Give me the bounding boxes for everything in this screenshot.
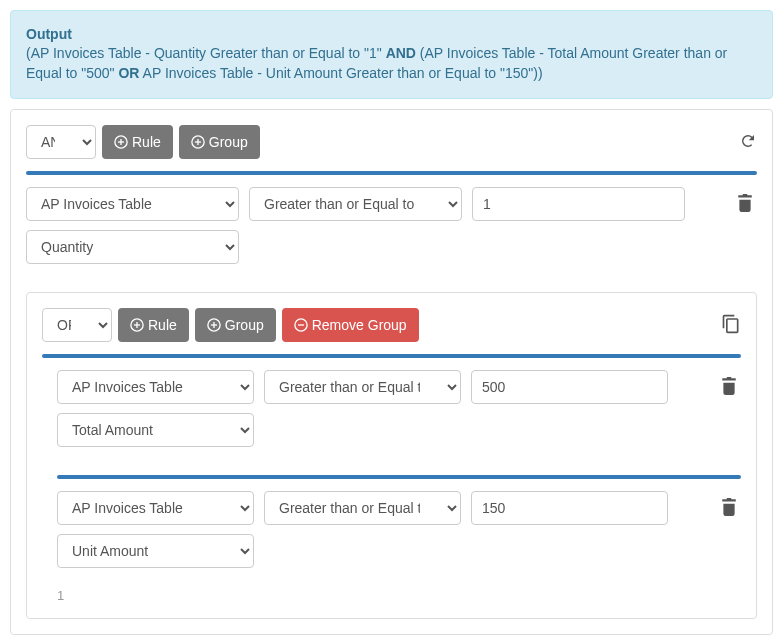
output-expression: (AP Invoices Table - Quantity Greater th… xyxy=(26,44,757,83)
rule-value-input[interactable] xyxy=(471,491,668,525)
rule-row: AP Invoices Table Greater than or Equal … xyxy=(57,370,741,447)
rule-column-select[interactable]: Unit Amount xyxy=(57,534,254,568)
nested-group-header: OR Rule Group Remove Group xyxy=(42,308,741,342)
add-rule-button[interactable]: Rule xyxy=(118,308,189,342)
plus-icon xyxy=(114,135,128,149)
rule-column-select[interactable]: Total Amount xyxy=(57,413,254,447)
plus-icon xyxy=(130,318,144,332)
nested-combinator-select[interactable]: OR xyxy=(42,308,112,342)
footer-label: 1 xyxy=(42,588,741,603)
rule-column-select[interactable]: Quantity xyxy=(26,230,239,264)
output-title: Output xyxy=(26,26,757,42)
rule-row: AP Invoices Table Greater than or Equal … xyxy=(57,491,741,568)
trash-icon xyxy=(737,194,753,212)
add-group-button[interactable]: Group xyxy=(195,308,276,342)
output-panel: Output (AP Invoices Table - Quantity Gre… xyxy=(10,10,773,99)
rule-row: AP Invoices Table Greater than or Equal … xyxy=(26,187,757,264)
copy-icon[interactable] xyxy=(721,314,741,337)
remove-group-button[interactable]: Remove Group xyxy=(282,308,419,342)
delete-rule-button[interactable] xyxy=(733,187,757,222)
delete-rule-button[interactable] xyxy=(717,491,741,526)
divider xyxy=(26,171,757,175)
rule-table-select[interactable]: AP Invoices Table xyxy=(57,370,254,404)
rule-value-input[interactable] xyxy=(472,187,685,221)
rule-value-input[interactable] xyxy=(471,370,668,404)
root-group-header: AND Rule Group xyxy=(26,125,757,159)
root-combinator-select[interactable]: AND xyxy=(26,125,96,159)
rule-table-select[interactable]: AP Invoices Table xyxy=(26,187,239,221)
plus-icon xyxy=(207,318,221,332)
rule-table-select[interactable]: AP Invoices Table xyxy=(57,491,254,525)
rule-operator-select[interactable]: Greater than or Equal to xyxy=(264,491,461,525)
minus-icon xyxy=(294,318,308,332)
divider xyxy=(42,354,741,358)
divider xyxy=(57,475,741,479)
rule-operator-select[interactable]: Greater than or Equal to xyxy=(249,187,462,221)
refresh-icon[interactable] xyxy=(739,132,757,153)
query-builder: AND Rule Group AP Invoices Table Greater… xyxy=(10,109,773,635)
nested-group: OR Rule Group Remove Group xyxy=(26,292,757,619)
trash-icon xyxy=(721,377,737,395)
plus-icon xyxy=(191,135,205,149)
delete-rule-button[interactable] xyxy=(717,370,741,405)
rule-operator-select[interactable]: Greater than or Equal to xyxy=(264,370,461,404)
trash-icon xyxy=(721,498,737,516)
add-group-button[interactable]: Group xyxy=(179,125,260,159)
add-rule-button[interactable]: Rule xyxy=(102,125,173,159)
